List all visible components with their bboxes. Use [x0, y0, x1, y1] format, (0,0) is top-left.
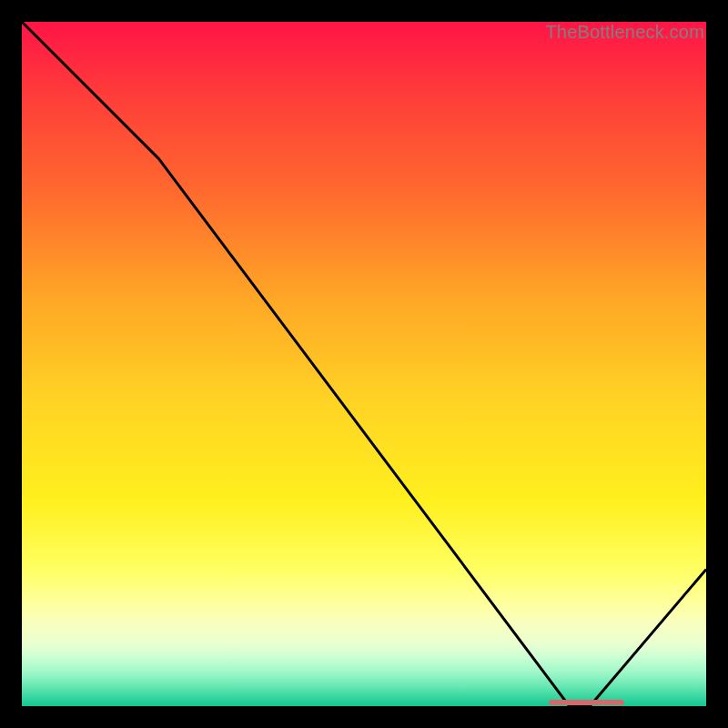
chart-background-gradient — [22, 22, 706, 706]
chart-frame: TheBottleneck.com — [22, 22, 706, 706]
